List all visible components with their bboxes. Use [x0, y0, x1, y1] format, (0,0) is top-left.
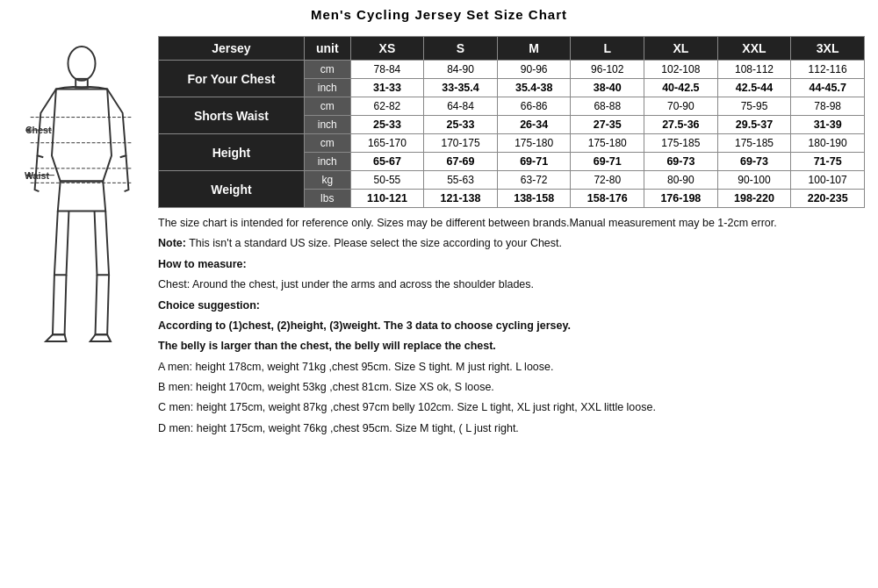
data-cell: 165-170 [350, 134, 424, 153]
data-cell: 75-95 [717, 97, 791, 116]
data-cell: 69-73 [717, 153, 791, 171]
data-cell: 25-33 [424, 116, 498, 134]
note-text: This isn't a standard US size. Please se… [186, 237, 562, 249]
data-cell: 102-108 [644, 61, 718, 79]
data-cell: 220-235 [791, 190, 865, 208]
data-cell: 40-42.5 [644, 79, 718, 97]
data-cell: 78-98 [791, 97, 865, 116]
note-line: Note: This isn't a standard US size. Ple… [158, 235, 865, 252]
page-title: Men's Cycling Jersey Set Size Chart [0, 0, 878, 27]
data-cell: 38-40 [571, 79, 644, 97]
unit-cell: inch [304, 153, 350, 171]
col-unit: unit [304, 37, 350, 61]
data-cell: 100-107 [791, 171, 865, 190]
data-cell: 66-86 [497, 97, 571, 116]
data-cell: 55-63 [424, 171, 498, 190]
notes-section: The size chart is intended for reference… [158, 215, 865, 437]
data-cell: 65-67 [350, 153, 424, 171]
data-cell: 25-33 [350, 116, 424, 134]
data-cell: 63-72 [497, 171, 571, 190]
data-cell: 31-39 [791, 116, 865, 134]
data-cell: 121-138 [424, 190, 498, 208]
data-cell: 50-55 [350, 171, 424, 190]
figure-panel: Chest Waist [13, 36, 149, 441]
data-cell: 62-82 [350, 97, 424, 116]
data-cell: 42.5-44 [717, 79, 791, 97]
data-cell: 96-102 [571, 61, 644, 79]
disclaimer-text: The size chart is intended for reference… [158, 215, 865, 232]
data-cell: 70-90 [644, 97, 718, 116]
col-xxl: XXL [717, 37, 791, 61]
men-list-item: C men: height 175cm, weight 87kg ,chest … [158, 399, 865, 416]
data-cell: 27.5-36 [644, 116, 718, 134]
data-cell: 180-190 [791, 134, 865, 153]
data-cell: 33-35.4 [424, 79, 498, 97]
col-jersey: Jersey [159, 37, 305, 61]
data-cell: 175-185 [717, 134, 791, 153]
data-cell: 64-84 [424, 97, 498, 116]
col-l: L [571, 37, 644, 61]
data-cell: 35.4-38 [497, 79, 571, 97]
data-cell: 78-84 [350, 61, 424, 79]
size-table: Jersey unit XS S M L XL XXL 3XL For Your… [158, 36, 865, 208]
data-cell: 112-116 [791, 61, 865, 79]
data-cell: 69-73 [644, 153, 718, 171]
choice-belly: The belly is larger than the chest, the … [158, 338, 865, 355]
data-cell: 69-71 [571, 153, 644, 171]
data-cell: 27-35 [571, 116, 644, 134]
data-cell: 176-198 [644, 190, 718, 208]
data-cell: 158-176 [571, 190, 644, 208]
right-panel: Jersey unit XS S M L XL XXL 3XL For Your… [158, 36, 865, 441]
data-cell: 71-75 [791, 153, 865, 171]
data-cell: 29.5-37 [717, 116, 791, 134]
data-cell: 44-45.7 [791, 79, 865, 97]
data-cell: 175-180 [497, 134, 571, 153]
svg-point-0 [68, 47, 95, 81]
data-cell: 67-69 [424, 153, 498, 171]
unit-cell: lbs [304, 190, 350, 208]
row-label: For Your Chest [159, 61, 305, 97]
data-cell: 72-80 [571, 171, 644, 190]
row-label: Weight [159, 171, 305, 208]
unit-cell: cm [304, 61, 350, 79]
unit-cell: inch [304, 79, 350, 97]
col-s: S [424, 37, 498, 61]
choice-label: Choice suggestion: [158, 298, 865, 314]
unit-cell: inch [304, 116, 350, 134]
data-cell: 26-34 [497, 116, 571, 134]
data-cell: 170-175 [424, 134, 498, 153]
note-label: Note: [158, 237, 186, 249]
data-cell: 110-121 [350, 190, 424, 208]
data-cell: 90-96 [497, 61, 571, 79]
data-cell: 84-90 [424, 61, 498, 79]
men-list-item: B men: height 170cm, weight 53kg ,chest … [158, 379, 865, 396]
choice-main: According to (1)chest, (2)height, (3)wei… [158, 318, 865, 334]
row-label: Shorts Waist [159, 97, 305, 134]
data-cell: 138-158 [497, 190, 571, 208]
data-cell: 90-100 [717, 171, 791, 190]
row-label: Height [159, 134, 305, 171]
col-3xl: 3XL [791, 37, 865, 61]
data-cell: 68-88 [571, 97, 644, 116]
unit-cell: cm [304, 97, 350, 116]
col-m: M [497, 37, 571, 61]
data-cell: 31-33 [350, 79, 424, 97]
unit-cell: kg [304, 171, 350, 190]
how-to-chest: Chest: Around the chest, just under the … [158, 276, 865, 293]
men-list-item: A men: height 178cm, weight 71kg ,chest … [158, 359, 865, 376]
data-cell: 175-185 [644, 134, 718, 153]
men-list-item: D men: height 175cm, weight 76kg ,chest … [158, 420, 865, 437]
data-cell: 198-220 [717, 190, 791, 208]
data-cell: 108-112 [717, 61, 791, 79]
data-cell: 175-180 [571, 134, 644, 153]
data-cell: 69-71 [497, 153, 571, 171]
col-xs: XS [350, 37, 424, 61]
unit-cell: cm [304, 134, 350, 153]
data-cell: 80-90 [644, 171, 718, 190]
col-xl: XL [644, 37, 718, 61]
how-to-label: How to measure: [158, 256, 865, 273]
